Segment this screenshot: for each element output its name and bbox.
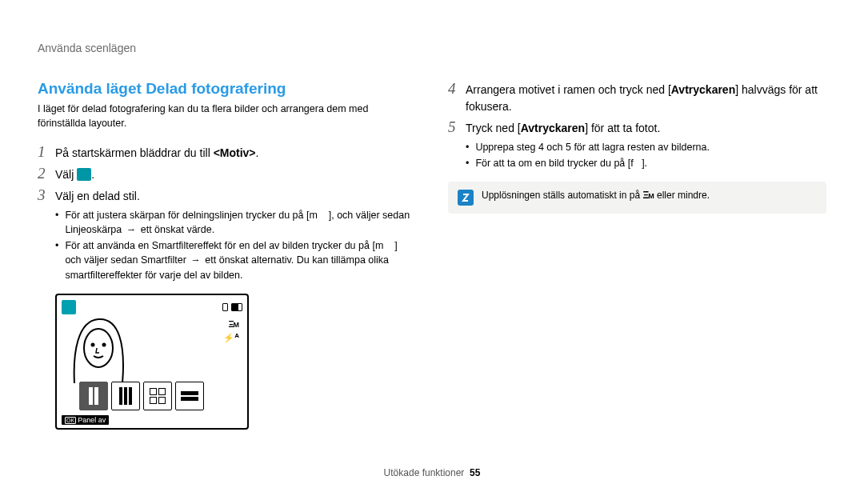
b1-mid: ], och väljer sedan xyxy=(329,210,410,221)
step-2-text: Välj xyxy=(55,168,77,181)
rb1-text: Upprepa steg 4 och 5 för att lagra reste… xyxy=(475,140,710,154)
ok-panel-label: OKPanel av xyxy=(62,415,109,425)
s5-post: ] för att ta fotot. xyxy=(585,122,660,134)
step-1: 1 På startskärmen bläddrar du till <Moti… xyxy=(38,143,416,162)
svg-point-0 xyxy=(84,329,113,367)
step-number: 2 xyxy=(38,165,55,183)
step-1-text-bold: <Motiv> xyxy=(214,146,256,159)
right-column: 4 Arrangera motivet i ramen och tryck ne… xyxy=(448,80,826,430)
step-1-text-pre: På startskärmen bläddrar du till xyxy=(55,146,214,159)
flash-label: A xyxy=(234,332,239,339)
svg-point-2 xyxy=(102,342,106,346)
b1-bold: Linjeoskärpa xyxy=(65,224,122,235)
step-1-text-post: . xyxy=(256,146,259,159)
b2-pre: För att använda en Smartfiltereffekt för… xyxy=(65,240,374,251)
left-bullet-2: För att använda en Smartfiltereffekt för… xyxy=(55,238,416,282)
step-3: 3 Välj en delad stil. xyxy=(38,186,416,205)
info-icon xyxy=(458,190,474,206)
step-5: 5 Tryck ned [Avtryckaren] för att ta fot… xyxy=(448,118,826,137)
info-text: Upplösningen ställs automatiskt in på ΞM… xyxy=(482,190,710,202)
s4-bold: Avtryckaren xyxy=(671,83,735,96)
menu-key-icon: m xyxy=(309,210,328,221)
step-number: 3 xyxy=(38,186,55,205)
menu-key-icon: m xyxy=(375,240,394,251)
left-column: Använda läget Delad fotografering I läge… xyxy=(38,80,416,430)
intro-text: I läget för delad fotografering kan du t… xyxy=(38,102,416,130)
s5-pre: Tryck ned [ xyxy=(466,122,521,134)
step-number: 1 xyxy=(38,143,55,162)
step-number: 5 xyxy=(448,118,466,137)
step-3-text: Välj en delad stil. xyxy=(55,186,140,205)
split-mode-icon xyxy=(77,168,91,181)
rb2-pre: För att ta om en bild trycker du på [ xyxy=(475,158,630,169)
right-status-group: ΞM ⚡A xyxy=(223,318,239,346)
right-bullet-2: För att ta om en bild trycker du på [f ]… xyxy=(466,156,826,170)
step-4: 4 Arrangera motivet i ramen och tryck ne… xyxy=(448,80,826,115)
camera-screen-illustration: ΞM ⚡A OKPanel av xyxy=(55,294,249,430)
layout-option-grid xyxy=(143,382,172,410)
rb2-post: ]. xyxy=(642,158,647,169)
refresh-key-icon: f xyxy=(630,158,642,169)
b2-bold: Smartfilter xyxy=(141,254,186,266)
layout-option-3cols xyxy=(111,382,140,410)
left-bullet-1: För att justera skärpan för delningslinj… xyxy=(55,208,416,237)
b1-pre: För att justera skärpan för delningslinj… xyxy=(65,210,309,221)
step-2: 2 Välj . xyxy=(38,165,416,183)
layout-panel-row xyxy=(79,382,204,410)
resolution-label: M xyxy=(234,321,240,329)
page-footer: Utökade funktioner 55 xyxy=(0,467,864,478)
face-illustration xyxy=(70,313,127,383)
layout-option-2rows xyxy=(175,382,204,410)
s4-pre: Arrangera motivet i ramen och tryck ned … xyxy=(466,83,671,96)
arrow-icon: → xyxy=(126,222,137,237)
page-number: 55 xyxy=(470,467,480,478)
b1-post: ett önskat värde. xyxy=(138,224,214,235)
layout-option-2cols-selected xyxy=(79,382,108,410)
info-note: Upplösningen ställs automatiskt in på ΞM… xyxy=(448,182,826,214)
right-bullet-1: Upprepa steg 4 och 5 för att lagra reste… xyxy=(466,140,826,154)
running-head: Använda scenlägen xyxy=(38,42,136,54)
s5-bold: Avtryckaren xyxy=(521,122,585,134)
status-icons xyxy=(222,303,242,311)
section-title: Använda läget Delad fotografering xyxy=(38,80,416,98)
footer-text: Utökade funktioner xyxy=(384,467,465,478)
arrow-icon: → xyxy=(190,253,201,267)
svg-point-1 xyxy=(91,342,95,346)
step-number: 4 xyxy=(448,80,466,115)
